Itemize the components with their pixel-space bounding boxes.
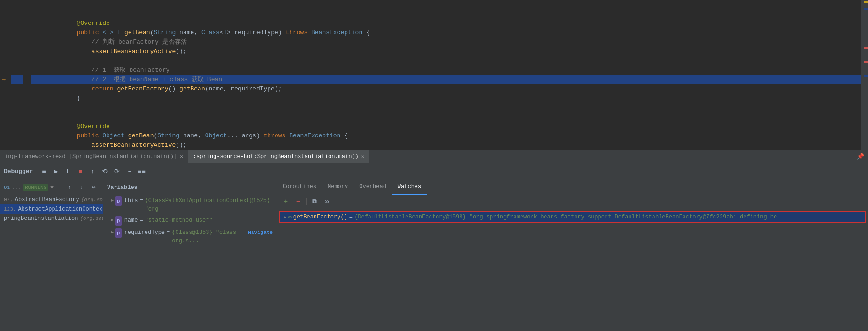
toolbar-btn-menu[interactable]: ≡ [38,166,49,177]
expand-icon-requiredtype[interactable]: ▶ [111,228,114,237]
thread-selector[interactable]: 91 ... RUNNING ▼ [4,184,62,191]
tab-overhead[interactable]: Overhead [353,180,392,195]
annotation-override: @Override [62,20,109,27]
toolbar-btn-settings[interactable]: ⟳ [112,166,122,177]
frame-class2: AbstractApplicationContext [18,206,103,212]
var-item-this[interactable]: ▶ p this = {ClassPathXmlApplicationConte… [103,195,277,215]
watches-list: ▶ ∞ getBeanFactory() = {DefaultListableB… [277,208,868,331]
line-numbers [8,0,26,150]
debug-tab-2[interactable]: :spring-source-hot:SpringBeanInstantiati… [188,150,369,163]
var-name-this: this [124,196,138,205]
watch-copy-btn[interactable]: ⧉ [309,196,320,207]
thread-dots: ... [12,185,21,190]
thread-id: 91 [4,185,10,190]
code-line [31,103,861,113]
param: name, [183,132,205,139]
gutter-line [0,131,8,141]
navigate-link[interactable]: Navigate [248,228,273,237]
watch-infinity-btn[interactable]: ∞ [322,196,332,207]
gutter-line [0,9,8,19]
throws-keyword: throws [264,132,290,139]
frame-item-3[interactable]: pringBeanInstantiation (org.source… [0,214,103,223]
debug-tab-1[interactable]: ing-framework-read [SpringBeanInstantiat… [0,150,188,163]
frame-item-2[interactable]: 123, AbstractApplicationContext (c… [0,204,103,214]
pin-button[interactable]: 📌 [853,153,868,160]
brace: { [344,132,348,139]
editor-scrollbar[interactable] [861,0,868,150]
debugger-panel: Debugger ≡ ▶ ⏸ ■ ↑ ⟲ ⟳ ⊟ ≡≡ 91 ... RUNNI… [0,163,868,331]
watch-name: getBeanFactory() [293,214,347,220]
gutter-line [0,0,8,9]
watch-item-1[interactable]: ▶ ∞ getBeanFactory() = {DefaultListableB… [279,211,866,223]
arrow-indicator-line: → [0,75,8,84]
tab-close-1[interactable]: ✕ [180,153,183,159]
watch-expand-icon[interactable]: ▶ [284,214,286,220]
frame-package: (org.spring… [81,197,103,203]
var-item-requiredtype[interactable]: ▶ p requiredType = {Class@1353} "class o… [103,227,277,247]
type: Object [102,132,128,139]
var-name-name: name [124,216,138,225]
expand-icon-name[interactable]: ▶ [111,216,114,225]
beans-exception: BeansException [311,29,366,36]
comment: // 1. 获取 beanFactory [62,67,169,74]
gutter-line [0,113,8,122]
method-name: getBean [128,132,154,139]
tab-close-2[interactable]: ✕ [361,153,365,159]
variables-header: Variables [103,180,277,195]
watches-toolbar: + − ⧉ ∞ [277,195,868,208]
watch-remove-btn[interactable]: − [293,196,303,207]
gutter-line [0,19,8,28]
gutter-line [0,103,8,113]
code-line [31,94,861,103]
variables-list: ▶ p this = {ClassPathXmlApplicationConte… [103,195,277,331]
frame-item-1[interactable]: 07, AbstractBeanFactory (org.spring… [0,195,103,204]
thread-nav-up[interactable]: ↑ [64,182,75,193]
thread-filter[interactable]: ⊜ [89,182,99,193]
paren: (); [176,48,186,55]
gutter-line [0,122,8,131]
toolbar-btn-lines[interactable]: ≡≡ [136,166,146,177]
paren: (). [169,85,179,92]
toolbar-btn-grid[interactable]: ⊟ [124,166,134,177]
keyword-return: return [62,85,117,92]
frame-package3: (org.source… [80,216,103,221]
method-call: assertBeanFactoryActive [92,48,176,55]
type: Class [201,29,220,36]
expand-icon-this[interactable]: ▶ [111,196,114,205]
tab-coroutines[interactable]: Coroutines [277,180,322,195]
watch-type-icon: ∞ [288,214,292,220]
tab-label-overhead: Overhead [359,183,386,190]
method-call: getBeanFactory [117,85,168,92]
gutter-line [0,141,8,150]
threads-toolbar: 91 ... RUNNING ▼ ↑ ↓ ⊜ [0,180,103,195]
gutter: → [0,0,8,150]
type-param: <T> T [102,29,124,36]
code-content[interactable]: @Override public <T> T getBean(String na… [26,0,861,150]
tab-watches[interactable]: Watches [392,180,427,195]
toolbar-btn-up[interactable]: ↑ [87,166,98,177]
method-name: getBean [179,85,205,92]
scroll-mark-red [864,47,868,49]
toolbar-btn-rerun[interactable]: ⟲ [100,166,110,177]
thread-dropdown[interactable]: ▼ [50,185,54,190]
type: String [157,132,183,139]
var-item-name[interactable]: ▶ p name = "static-method-user" [103,215,277,227]
code-line: @Override [31,113,861,122]
toolbar-btn-pause[interactable]: ⏸ [63,166,73,177]
watch-add-btn[interactable]: + [281,196,291,207]
thread-nav-down[interactable]: ↓ [77,182,87,193]
tab-memory[interactable]: Memory [322,180,353,195]
gutter-line [0,84,8,94]
debugger-toolbar: Debugger ≡ ▶ ⏸ ■ ↑ ⟲ ⟳ ⊟ ≡≡ [0,163,868,180]
var-value-this: {ClassPathXmlApplicationContext@1525} "o… [145,196,273,213]
toolbar-btn-stop[interactable]: ■ [75,166,85,177]
frame-class: AbstractBeanFactory [15,196,79,203]
toolbar-btn-resume[interactable]: ▶ [51,166,61,177]
debugger-label: Debugger [4,168,33,175]
thread-status: RUNNING [23,184,48,191]
frame-number: 07, [4,197,13,203]
comment: // 判断 beanFactory 是否存活 [62,38,186,45]
thread-frames-list: 07, AbstractBeanFactory (org.spring… 123… [0,195,103,331]
scroll-mark-blue2 [864,75,868,77]
paren: (); [176,142,186,149]
